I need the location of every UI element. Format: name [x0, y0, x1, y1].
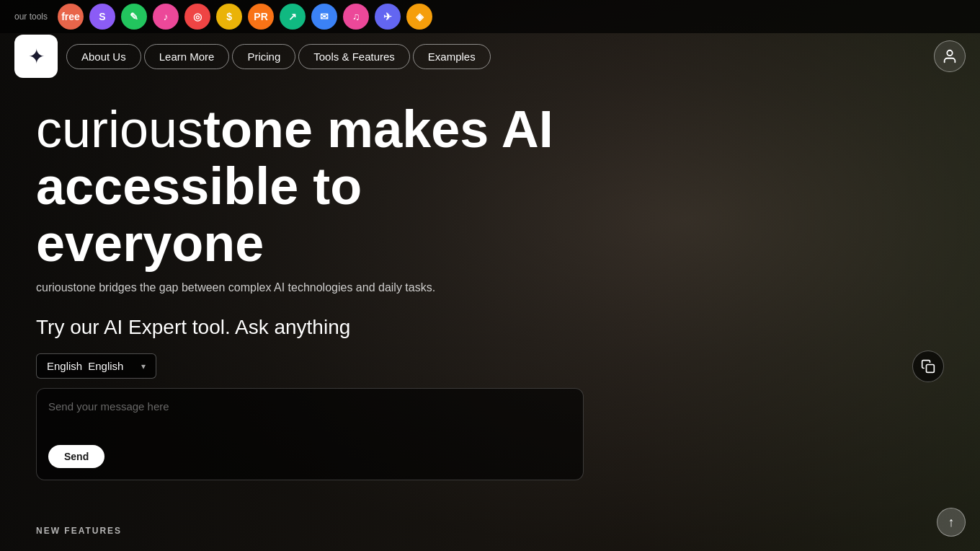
svg-point-0 [947, 50, 952, 56]
ai-tool-controls: English EnglishSpanishFrenchGermanChines… [36, 351, 944, 382]
hero-section: curioustone makes AI accessible toeveryo… [0, 79, 980, 294]
logo[interactable]: ✦ [14, 35, 58, 78]
send-button[interactable]: Send [48, 445, 104, 468]
language-selector[interactable]: English EnglishSpanishFrenchGermanChines… [36, 353, 156, 379]
scroll-up-icon: ↑ [948, 515, 955, 530]
tool-bubble-1[interactable]: S [89, 4, 115, 30]
message-input[interactable] [48, 400, 571, 436]
header: ✦ About Us Learn More Pricing Tools & Fe… [0, 33, 980, 79]
tool-bubble-0[interactable]: free [58, 4, 84, 30]
nav-learn-more[interactable]: Learn More [144, 44, 230, 69]
tool-bubble-6[interactable]: PR [248, 4, 274, 30]
ai-tool-title-highlight: AI Expert [104, 316, 187, 338]
tool-bubble-9[interactable]: ♫ [343, 4, 369, 30]
language-dropdown[interactable]: EnglishSpanishFrenchGermanChineseJapanes… [88, 360, 135, 372]
nav: About Us Learn More Pricing Tools & Feat… [66, 44, 934, 69]
user-button[interactable] [934, 40, 966, 72]
tool-bubble-4[interactable]: ◎ [184, 4, 210, 30]
tool-bubble-7[interactable]: ↗ [280, 4, 306, 30]
ai-tool-title-suffix: tool. Ask anything [187, 316, 350, 338]
chevron-down-icon: ▾ [141, 361, 146, 371]
ai-tool-section: Try our AI Expert tool. Ask anything Eng… [0, 294, 980, 480]
ai-tool-title: Try our AI Expert tool. Ask anything [36, 316, 944, 339]
hero-title-bold: tone [203, 100, 313, 158]
tool-bubble-8[interactable]: ✉ [311, 4, 337, 30]
nav-pricing[interactable]: Pricing [232, 44, 295, 69]
tool-bubble-10[interactable]: ✈ [375, 4, 401, 30]
copy-button[interactable] [912, 351, 944, 382]
tool-bubble-11[interactable]: ◈ [406, 4, 432, 30]
hero-subtitle: curioustone bridges the gap between comp… [36, 281, 944, 294]
scroll-up-button[interactable]: ↑ [937, 508, 966, 537]
tools-bar-label: our tools [14, 12, 48, 22]
hero-title-light: curious [36, 100, 203, 158]
new-features-section: NEW FEATURES [36, 524, 122, 537]
new-features-label: NEW FEATURES [36, 526, 122, 536]
ai-tool-title-plain: Try our [36, 316, 104, 338]
svg-rect-1 [927, 364, 935, 372]
tool-bubble-5[interactable]: $ [216, 4, 242, 30]
tool-bubble-3[interactable]: ♪ [153, 4, 179, 30]
logo-icon: ✦ [28, 45, 45, 69]
tools-bar: our tools freeS✎♪◎$PR↗✉♫✈◈ [0, 0, 980, 33]
language-value: English [47, 360, 82, 372]
hero-title: curioustone makes AI accessible toeveryo… [36, 101, 685, 273]
nav-examples[interactable]: Examples [413, 44, 491, 69]
tool-bubble-2[interactable]: ✎ [121, 4, 147, 30]
nav-about-us[interactable]: About Us [66, 44, 141, 69]
user-icon [942, 48, 958, 64]
nav-tools-features[interactable]: Tools & Features [298, 44, 410, 69]
copy-icon [921, 359, 935, 374]
message-box: Send [36, 388, 584, 480]
